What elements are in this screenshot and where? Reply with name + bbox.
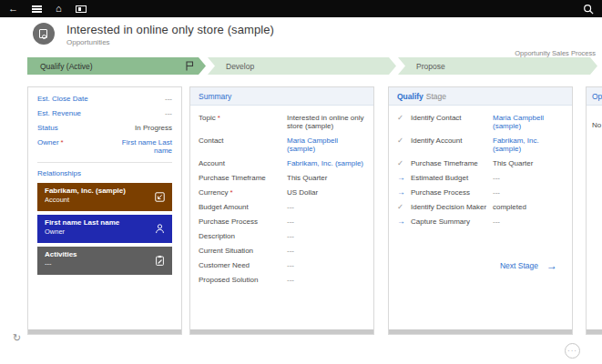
field-value: Fabrikam, Inc. (sample) [287,159,365,167]
right-panel-header: Open [587,87,602,106]
field-current-situation[interactable]: Current Situation--- [199,247,365,255]
process-stage-develop[interactable]: Develop [208,57,396,75]
field-label: Account [199,159,287,167]
required-asterisk: * [218,114,220,122]
field-label: Budget Amount [199,203,287,211]
step-value: --- [493,217,564,226]
field-value: --- [287,276,365,284]
field-purchase-process[interactable]: Purchase Process--- [199,217,365,226]
step-label: Identify Account [411,136,493,145]
qualify-panel-title: Qualify [397,92,423,101]
step-pending-arrow-icon: → [397,217,411,226]
top-navbar: ← ⌂ [0,0,602,17]
field-value: Maria Campbell (sample) [287,136,365,153]
field-value: --- [165,95,172,103]
field-value: --- [287,217,365,226]
step-identify-contact[interactable]: ✓Identify ContactMaria Campbell (sample) [397,114,564,130]
field-label: Current Situation [199,247,287,255]
tile-owner[interactable]: First name Last nameOwner [37,215,172,243]
field-topic[interactable]: Topic*Interested in online only store (s… [199,114,365,130]
field-proposed-solution[interactable]: Proposed Solution--- [199,276,365,284]
next-stage-link[interactable]: Next Stage → [500,261,557,270]
step-value: --- [493,174,564,182]
page-title: Interested in online only store (sample) [66,23,274,36]
record-header: Interested in online only store (sample)… [33,23,274,46]
account-icon [154,190,166,207]
field-currency[interactable]: Currency*US Dollar [199,188,365,197]
field-label: Est. Close Date [37,95,88,103]
field-label: Contact [199,136,287,145]
field-value: --- [287,247,365,255]
field-label: Currency* [199,188,287,197]
record-summary-panel: Est. Close Date---Est. Revenue---StatusI… [27,86,182,335]
field-customer-need[interactable]: Customer Need--- [199,261,365,269]
process-stage-propose[interactable]: Propose [398,57,597,75]
next-stage-label: Next Stage [500,261,538,270]
form-columns: Est. Close Date---Est. Revenue---StatusI… [27,86,602,335]
qualify-panel-header: Qualify Stage [389,87,572,106]
back-icon[interactable]: ← [8,0,18,17]
stage-label: Propose [398,62,445,71]
right-panel-message: No data [592,121,602,129]
stage-label: Develop [208,62,254,71]
step-capture-summary[interactable]: →Capture Summary--- [397,217,564,226]
step-label: Identify Decision Maker [411,203,493,211]
field-value: Interested in online only store (sample) [287,114,365,130]
field-contact[interactable]: ContactMaria Campbell (sample) [199,136,365,153]
step-value: This Quarter [493,159,564,167]
step-identify-account[interactable]: ✓Identify AccountFabrikam, Inc. (sample) [397,136,564,153]
field-status[interactable]: StatusIn Progress [37,124,172,132]
next-stage-arrow-icon: → [546,262,557,269]
field-label: Status [37,124,58,132]
step-complete-check-icon: ✓ [397,114,411,122]
required-asterisk: * [61,138,64,147]
divider [37,162,172,163]
field-owner[interactable]: Owner*First name Last name [37,138,172,155]
field-label: Est. Revenue [37,109,81,117]
more-commands-button[interactable]: ··· [565,343,580,359]
process-name-label: Opportunity Sales Process [515,49,596,57]
field-budget-amount[interactable]: Budget Amount--- [199,203,365,211]
relationships-heading: Relationships [37,169,172,177]
field-description[interactable]: Description--- [199,232,365,240]
field-label: Description [199,232,287,240]
step-estimated-budget[interactable]: →Estimated Budget--- [397,174,564,182]
field-label: Purchase Timeframe [199,174,287,182]
step-label: Capture Summary [411,217,493,226]
summary-panel-title: Summary [199,92,231,101]
field-account[interactable]: AccountFabrikam, Inc. (sample) [199,159,365,167]
tile-account[interactable]: Fabrikam, Inc. (sample)Account [37,183,172,211]
field-label: Purchase Process [199,217,287,226]
step-label: Identify Contact [411,114,493,122]
search-icon[interactable] [583,4,594,15]
step-value: Maria Campbell (sample) [493,114,564,130]
step-purchase-timeframe[interactable]: ✓Purchase TimeframeThis Quarter [397,159,564,167]
menu-icon[interactable] [32,5,42,13]
step-label: Estimated Budget [411,174,493,182]
recents-icon[interactable] [76,5,87,13]
business-process-bar: Qualify (Active)DevelopPropose [27,57,602,75]
tile-activities[interactable]: Activities--- [37,247,172,275]
entity-type-label: Opportunities [66,38,274,46]
step-value: Fabrikam, Inc. (sample) [493,136,564,153]
refresh-icon[interactable]: ↻ [13,332,21,344]
field-est-revenue[interactable]: Est. Revenue--- [37,109,172,117]
field-label: Owner* [37,138,64,147]
tile-title: Fabrikam, Inc. (sample) [45,187,148,195]
field-label: Proposed Solution [199,276,287,284]
home-icon[interactable]: ⌂ [56,0,62,17]
field-est-close-date[interactable]: Est. Close Date--- [37,95,172,103]
field-value: US Dollar [287,188,365,197]
right-panel-title: Open [592,92,602,101]
step-purchase-process[interactable]: →Purchase Process--- [397,188,564,197]
clipboard-icon [154,254,166,270]
step-identify-decision-maker[interactable]: ✓Identify Decision Makercompleted [397,203,564,211]
field-value: --- [287,203,365,211]
person-icon [154,222,166,238]
clipped-right-panel: Open No data [586,86,602,335]
summary-panel-header: Summary [190,87,373,106]
process-stage-qualify-active[interactable]: Qualify (Active) [27,57,206,75]
field-value: In Progress [135,124,172,132]
step-label: Purchase Process [411,188,493,197]
field-purchase-timeframe[interactable]: Purchase TimeframeThis Quarter [199,174,365,182]
